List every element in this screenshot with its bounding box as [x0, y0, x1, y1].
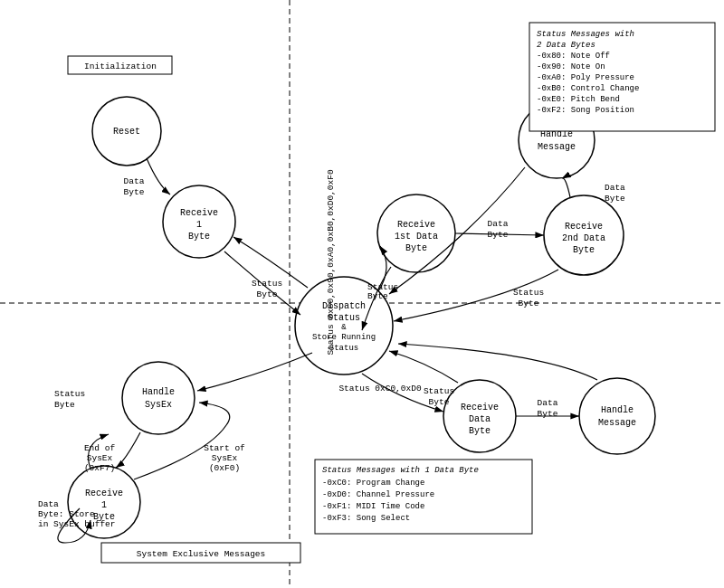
receive-1byte-bottom-label2: 1 [101, 500, 107, 510]
info-box-bottom-item3: -0xF1: MIDI Time Code [322, 502, 424, 511]
arrow-receivedatabyte-dispatch [389, 351, 458, 383]
data-byte-store-label2: Byte: Store [38, 509, 95, 519]
status-byte-bottom: Status [424, 386, 454, 396]
handle-message-bottom-node [579, 378, 655, 454]
start-sysex-label2: SysEx [212, 453, 238, 463]
status-byte-label-2nd: Status [513, 288, 544, 298]
handle-message-bottom-label1: Handle [601, 405, 634, 415]
info-box-top-item5: -0xE0: Pitch Bend [537, 95, 620, 104]
receive-data-byte-label3: Byte [469, 426, 491, 436]
data-byte-label-right2: Byte [605, 194, 625, 204]
info-box-top-item3: -0xA0: Poly Pressure [537, 73, 634, 82]
info-box-bottom-item4: -0xF3: Song Select [322, 514, 410, 523]
receive-data-byte-label2: Data [469, 414, 491, 424]
start-sysex-label3: (0xF0) [209, 463, 240, 473]
status-byte-label-1b: Byte [257, 289, 278, 299]
data-byte-label-right: Data [605, 183, 625, 193]
status-byte-bottom-b: Byte [429, 397, 450, 407]
dispatch-label3: & [341, 323, 347, 332]
arrow-reset-receive1 [147, 158, 170, 194]
status-byte-label-2nd-b: Byte [519, 299, 539, 308]
data-byte-label-top: Data [124, 176, 145, 186]
status-c0d0-label: Status 0xC0,0xD0 [338, 384, 422, 394]
receive-1st-data-label3: Byte [405, 243, 427, 253]
end-sysex-label2: SysEx [87, 453, 113, 463]
receive-1byte-top-label: Receive [180, 208, 218, 218]
data-byte-store-label: Data [38, 499, 59, 509]
status-byte-label-1st-b: Byte [367, 291, 388, 301]
start-sysex-label: Start of [204, 443, 245, 453]
info-box-top-item1: -0x80: Note Off [537, 52, 610, 61]
info-box-top-title2: 2 Data Bytes [537, 41, 595, 50]
handle-sysex-label2: SysEx [145, 400, 172, 410]
receive-2nd-data-label1: Receive [565, 222, 603, 232]
data-byte-bottom-right2: Byte [538, 409, 558, 419]
diagram-container: Reset Receive 1 Byte Dispatch Status & S… [0, 0, 724, 588]
arrow-receive2nd-handlemessagetop [562, 178, 570, 197]
info-box-bottom-item1: -0xC0: Program Change [322, 479, 424, 488]
reset-label: Reset [113, 127, 140, 137]
receive-1byte-top-label2: 1 [196, 220, 202, 230]
status-byte-sysex: Status [54, 389, 85, 399]
status-byte-label-1: Status [252, 279, 282, 289]
end-sysex-label: End of [84, 443, 116, 453]
arrow-handlemessagebottom-dispatch [398, 344, 597, 380]
receive-data-byte-label1: Receive [461, 403, 499, 413]
data-byte-label-mid: Data [488, 219, 509, 229]
info-box-top-item2: -0x90: Note On [537, 62, 605, 71]
data-byte-store-label3: in SysEx buffer [38, 519, 116, 529]
handle-sysex-node [122, 362, 195, 434]
receive-2nd-data-label2: 2nd Data [562, 233, 605, 243]
arrow-dispatch-handlesysex [197, 353, 312, 391]
dispatch-label4: Store Running [312, 333, 376, 342]
receive-1st-data-label1: Receive [397, 220, 435, 230]
handle-message-bottom-label2: Message [598, 418, 636, 428]
receive-1byte-bottom-label1: Receive [85, 488, 123, 498]
arrow-handlesysex-receive1bottom [116, 432, 140, 468]
info-box-bottom-title: Status Messages with 1 Data Byte [322, 466, 479, 475]
receive-1byte-top-label3: Byte [188, 232, 210, 242]
initialization-label: Initialization [84, 62, 157, 71]
data-byte-label-mid2: Byte [488, 230, 509, 240]
data-byte-bottom-right: Data [538, 398, 558, 408]
diagram-svg: Reset Receive 1 Byte Dispatch Status & S… [0, 0, 724, 588]
status-bytes-vertical-label: Status 0x80,0x90,0xA0,0xB0,0xD0,0xF0 [326, 169, 336, 356]
handle-sysex-label1: Handle [142, 387, 175, 397]
receive-2nd-data-label3: Byte [573, 245, 595, 255]
info-box-top-item6: -0xF2: Song Position [537, 106, 634, 115]
sysex-label: System Exclusive Messages [137, 549, 266, 559]
end-sysex-label3: (0xF7) [84, 463, 115, 473]
data-byte-label-top2: Byte [124, 187, 145, 197]
receive-1st-data-label2: 1st Data [395, 232, 438, 242]
info-box-top-title1: Status Messages with [537, 30, 634, 39]
info-box-bottom-item2: -0xD0: Channel Pressure [322, 490, 434, 499]
status-byte-sysex-b: Byte [54, 400, 75, 410]
handle-message-top-label2: Message [538, 142, 576, 152]
info-box-top-item4: -0xB0: Control Change [537, 84, 639, 93]
